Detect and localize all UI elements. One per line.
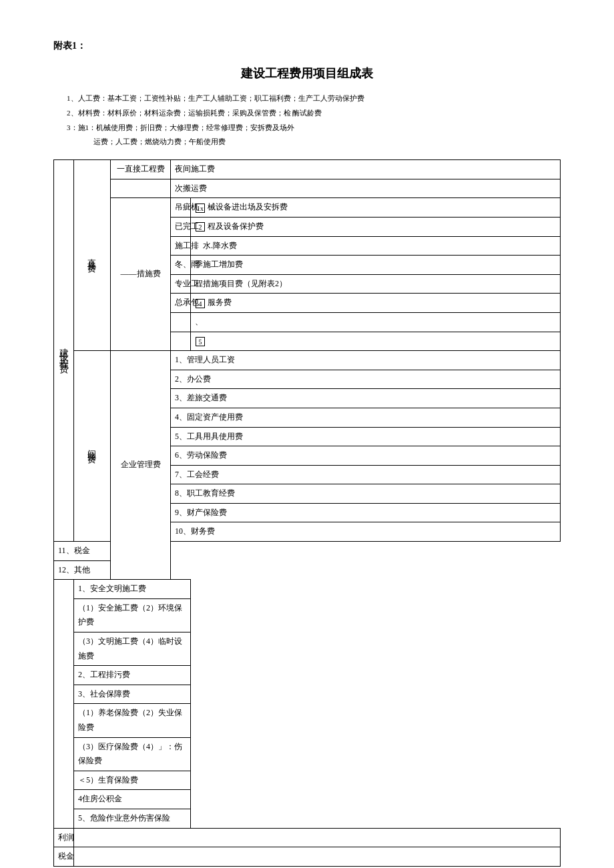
- measures-label: ——措施费: [111, 198, 171, 351]
- row-measures9: 4住房公积金: [54, 790, 561, 809]
- crane-col1-1: 吊疵机: [171, 198, 191, 218]
- row-measures10: 5、危险作业意外伤害保险: [54, 809, 561, 828]
- direct-fee-label: 直接费: [74, 160, 111, 351]
- row-measures7: （3）医疗保险费（4）」：伤保险费: [54, 737, 561, 771]
- row-direct-cost-header: 建设工程费 直接费 一直接工程费 夜间施工费: [54, 160, 561, 179]
- qiye-item9: 9、财产保险费: [171, 503, 561, 522]
- qiye-item11: 11、税金: [54, 542, 111, 561]
- note-2: 2、材料费：材料原价；材料运杂费；运输损耗费；采购及保管费；检 酶试龄费: [67, 107, 561, 120]
- crane-item1: 1x 械设备进出场及安拆费: [191, 198, 561, 218]
- indirect-fee-label: 间接费: [74, 351, 111, 542]
- measures-item10: 5、危险作业意外伤害保险: [74, 809, 191, 828]
- crane-item2: 2 程及设备保护费: [191, 217, 561, 236]
- row-measures3: （3）文明施工费（4）临时设施费: [54, 632, 561, 666]
- profit-content: [74, 828, 561, 847]
- note-3b: 运费；人工费；燃烧动力费；午船使用费: [67, 135, 561, 149]
- note-3: 3：施1：机械使用费；折旧费；大修理费；经常修理费；安拆费及场外: [67, 121, 561, 135]
- measures-item7: （3）医疗保险费（4）」：伤保险费: [74, 737, 191, 771]
- jsgcf-label: 建设工程费: [54, 160, 74, 542]
- measures-item2: （1）安全施工费（2）环境保护费: [74, 598, 191, 632]
- row-tax: 税金: [54, 847, 561, 867]
- measures-item4: 2、工程排污费: [74, 666, 191, 685]
- direct-cost-item1: 夜间施工费: [171, 160, 561, 179]
- row-profit: 利润: [54, 828, 561, 847]
- measures-item6: （1）养老保险费（2）失业保险费: [74, 704, 191, 737]
- qiye-item1: 1、管理人员工资: [171, 351, 561, 370]
- crane-col1-6: 总承包: [171, 294, 191, 313]
- item-cibanyun: 次搬运费: [171, 179, 561, 198]
- row-measures1: 1、安全文明施工费: [54, 580, 561, 599]
- crane-item7: 、: [191, 312, 561, 332]
- empty-indirect2: [54, 580, 74, 828]
- qiye-guanli-label: 企业管理费: [111, 351, 171, 580]
- empty-label1: [111, 179, 171, 198]
- row-indirect-header: 间接费 企业管理费 1、管理人员工资: [54, 351, 561, 370]
- crane-col1-8: [171, 332, 191, 351]
- row-measures2: （1）安全施工费（2）环境保护费: [54, 598, 561, 632]
- crane-col1-4: 冬、雨: [171, 256, 191, 275]
- qiye-item12: 12、其他: [54, 560, 111, 580]
- profit-label: 利润: [54, 828, 74, 847]
- crane-item4: 季施工增加费: [191, 256, 561, 275]
- crane-item8: 5: [191, 332, 561, 351]
- qiye-item8: 8、职工教育经费: [171, 484, 561, 504]
- qiye-item7: 7、工会经费: [171, 465, 561, 484]
- main-title: 建设工程费用项目组成表: [53, 65, 561, 81]
- page-prefix: 附表1：: [53, 40, 561, 52]
- qiye-item6: 6、劳动保险费: [171, 446, 561, 466]
- qiye-item10: 10、财务费: [171, 522, 561, 542]
- notes-section: 1、人工费：基本工资；工资性补贴；生产工人辅助工资；职工福利费；生产工人劳动保护…: [53, 92, 561, 149]
- measures-item1: 1、安全文明施工费: [74, 580, 191, 599]
- row-measures6: （1）养老保险费（2）失业保险费: [54, 704, 561, 737]
- tax-label: 税金: [54, 847, 74, 867]
- direct-cost-label: 一直接工程费: [111, 160, 171, 179]
- crane-item3: 、水.降水费: [191, 236, 561, 256]
- row-measures8: ＜5）生育保险费: [54, 771, 561, 790]
- crane-col1-5: 专业工: [171, 274, 191, 294]
- row-cibanyun: 次搬运费: [54, 179, 561, 198]
- qiye-item4: 4、固定资产使用费: [171, 408, 561, 427]
- crane-item6: 4 服务费: [191, 294, 561, 313]
- tax-content: [74, 847, 561, 867]
- crane-col1-7: [171, 312, 191, 332]
- note-1: 1、人工费：基本工资；工资性补贴；生产工人辅助工资；职工福利费；生产工人劳动保护…: [67, 92, 561, 105]
- measures-item8: ＜5）生育保险费: [74, 771, 191, 790]
- row-measures4: 2、工程排污费: [54, 666, 561, 685]
- row-crane1: ——措施费 吊疵机 1x 械设备进出场及安拆费: [54, 198, 561, 218]
- measures-item3: （3）文明施工费（4）临时设施费: [74, 632, 191, 666]
- crane-col1-2: 已完工: [171, 217, 191, 236]
- qiye-item5: 5、工具用具使用费: [171, 427, 561, 446]
- main-table: 建设工程费 直接费 一直接工程费 夜间施工费 次搬运费 ——措施费 吊疵机 1x…: [53, 159, 561, 867]
- qiye-item2: 2、办公费: [171, 370, 561, 389]
- measures-item5: 3、社会保障费: [74, 685, 191, 704]
- qiye-item3: 3、差旅交通费: [171, 389, 561, 408]
- crane-col1-3: 施工排: [171, 236, 191, 256]
- row-measures5: 3、社会保障费: [54, 685, 561, 704]
- crane-item5: 程措施项目费（见附表2）: [191, 274, 561, 294]
- measures-item9: 4住房公积金: [74, 790, 191, 809]
